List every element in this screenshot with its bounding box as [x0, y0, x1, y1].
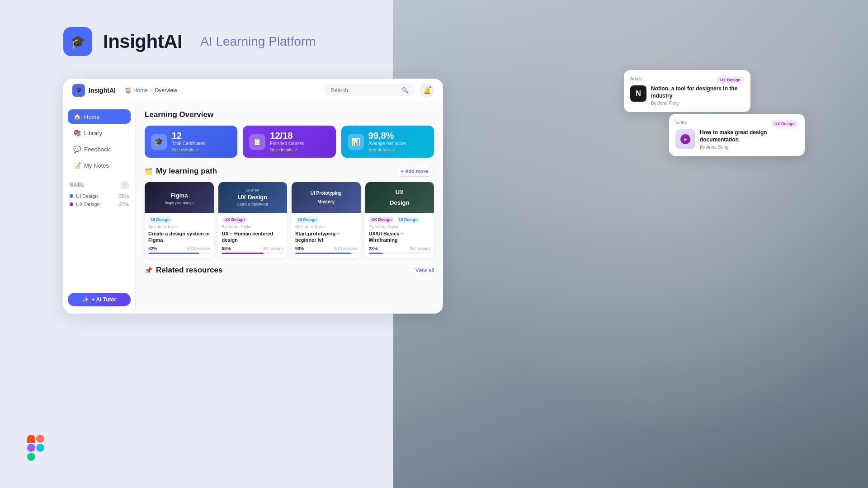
sidebar-item-library[interactable]: 📚 Library — [68, 126, 131, 140]
course-body-proto: UI Design By Aurora Taylor Start prototy… — [292, 213, 361, 258]
related-icon: 📌 — [145, 267, 152, 274]
article-card-top: Article UX Design — [630, 76, 744, 84]
figma-piece-3 — [27, 444, 35, 452]
window-logo: 🎓 InsightAI — [72, 84, 116, 97]
ai-tutor-button[interactable]: ✨ + AI Tutor — [68, 293, 131, 306]
view-all-link[interactable]: View all — [415, 267, 434, 273]
course-thumb-figma-bg: Figma Begin your design — [145, 182, 214, 213]
course-thumb-ux-bg: MASTER UX Design USER INTERFACE — [218, 182, 288, 213]
course-author-figma: By Aurora Taylor — [148, 225, 210, 229]
notification-dot — [429, 85, 432, 89]
video-title: How to make great design documentation — [700, 129, 798, 143]
background-content — [380, 0, 868, 488]
skill-pct-ui: 30% — [119, 193, 129, 199]
add-more-button[interactable]: + Add more — [395, 166, 434, 177]
ai-tutor-icon: ✨ — [82, 296, 89, 303]
overview-title: Learning Overview — [145, 110, 434, 119]
course-author-ux: By Aurora Taylor — [222, 225, 284, 229]
video-text: How to make great design documentation B… — [700, 129, 798, 150]
window-logo-icon: 🎓 — [72, 84, 85, 97]
app-logo: 🎓 — [63, 27, 92, 56]
video-badge: UX Design — [771, 120, 798, 127]
course-card-figma[interactable]: Figma Begin your design UI Design By Aur… — [145, 182, 214, 258]
add-more-label: + Add more — [401, 169, 428, 174]
course-name-uxui: UX/UI Basics – Wireframing — [369, 230, 431, 244]
video-thumbnail: ▶ — [675, 129, 695, 149]
stat-link-courses[interactable]: See details ↗ — [270, 147, 329, 152]
floating-article-card[interactable]: Article UX Design N Notion, a tool for d… — [624, 70, 750, 112]
breadcrumb-current: Overview — [155, 87, 177, 94]
article-type-label: Article — [630, 76, 643, 81]
course-tags-uxui: UX Design UI Design — [369, 216, 431, 223]
search-bar[interactable]: 🔍 — [325, 84, 415, 96]
main-content: Learning Overview 🎓 12 Total Certificate… — [136, 102, 443, 314]
skill-pct-ux: 27% — [119, 202, 129, 207]
courses-row: Figma Begin your design UI Design By Aur… — [145, 182, 434, 258]
course-thumb-uxui-bg: UX Design — [365, 182, 434, 213]
learning-path-header: 🗂️ My learning path + Add more — [145, 166, 434, 177]
progress-pct-figma: 82% — [148, 246, 157, 251]
app-subtitle: AI Learning Platform — [200, 34, 316, 49]
sidebar-item-feedback[interactable]: 💬 Feedback — [68, 142, 131, 156]
course-thumb-proto-bg: UI Prototyping Mastery — [292, 182, 361, 213]
skills-add-button[interactable]: + — [121, 181, 129, 189]
related-resources-header: 📌 Related resources View all — [145, 266, 434, 275]
sidebar-item-notes-label: My Notes — [84, 162, 109, 169]
progress-bar-figma — [148, 253, 210, 254]
course-card-proto[interactable]: UI Prototyping Mastery UI Design By Auro… — [292, 182, 361, 258]
search-icon: 🔍 — [401, 87, 409, 94]
course-progress-figma: 82% 8/10 lessons — [148, 246, 210, 251]
floating-video-card[interactable]: Video UX Design ▶ How to make great desi… — [669, 114, 805, 156]
progress-bar-ux — [222, 253, 284, 254]
course-card-ux[interactable]: MASTER UX Design USER INTERFACE UX Desig… — [218, 182, 288, 258]
progress-fill-proto — [295, 253, 351, 254]
sidebar-item-home[interactable]: 🏠 Home — [68, 109, 131, 124]
course-thumb-uxui-text: UX Design — [388, 187, 411, 208]
breadcrumb-sep: > — [150, 87, 153, 94]
progress-bar-uxui — [369, 253, 431, 254]
learning-path-title: My learning path — [156, 167, 217, 176]
learning-path-icon: 🗂️ — [145, 168, 152, 175]
course-thumb-ux-text: MASTER UX Design USER INTERFACE — [236, 189, 269, 206]
breadcrumb: 🏠 Home > Overview — [125, 87, 325, 94]
course-progress-ux: 68% 4/9 lessons — [222, 246, 284, 251]
stat-link-certificates[interactable]: See details ↗ — [172, 147, 231, 152]
breadcrumb-home[interactable]: Home — [133, 87, 148, 94]
course-progress-proto: 90% 9/10 lessons — [295, 246, 357, 251]
progress-bar-proto — [295, 253, 357, 254]
course-tags-figma: UI Design — [148, 216, 210, 223]
article-author: By John Fiory — [651, 101, 744, 106]
video-type-label: Video — [675, 120, 687, 125]
figma-row-mid — [27, 444, 44, 452]
certificates-icon: 🎓 — [151, 134, 167, 150]
stat-label-score: Average test score — [368, 141, 428, 146]
ai-tutor-label: + AI Tutor — [92, 296, 117, 303]
play-button[interactable]: ▶ — [680, 134, 690, 144]
course-card-uxui[interactable]: UX Design UX Design UI Design By Aurora … — [365, 182, 434, 258]
left-area: 🎓 InsightAI AI Learning Platform 🎓 Insig… — [0, 0, 393, 488]
skills-label: Skills — [70, 182, 84, 188]
sidebar-item-feedback-label: Feedback — [84, 146, 110, 153]
video-author: By Anna Song — [700, 145, 798, 150]
breadcrumb-home-icon: 🏠 — [125, 87, 132, 94]
related-title: Related resources — [156, 266, 222, 275]
stat-link-score[interactable]: See details ↗ — [368, 147, 428, 152]
window-logo-text: InsightAI — [89, 87, 116, 94]
article-title: Notion, a tool for designers in the indu… — [651, 85, 744, 99]
sidebar-item-home-label: Home — [84, 113, 100, 120]
notes-icon: 📝 — [73, 162, 80, 169]
course-tag-ui: UI Design — [148, 216, 173, 223]
video-content: ▶ How to make great design documentation… — [675, 129, 798, 150]
course-thumb-proto-text: UI Prototyping Mastery — [309, 189, 344, 206]
figma-piece-2 — [36, 435, 44, 443]
progress-lessons-proto: 9/10 lessons — [334, 246, 357, 251]
figma-row-top — [27, 435, 44, 443]
figma-shape — [27, 435, 44, 461]
sidebar-item-my-notes[interactable]: 📝 My Notes — [68, 158, 131, 173]
related-title-area: 📌 Related resources — [145, 266, 222, 275]
feedback-icon: 💬 — [73, 145, 80, 153]
search-input[interactable] — [331, 87, 398, 94]
notification-button[interactable]: 🔔 — [420, 83, 434, 98]
skill-item-ux: UX Design 27% — [70, 202, 129, 207]
stat-label-certificates: Total Certificates — [172, 141, 231, 146]
